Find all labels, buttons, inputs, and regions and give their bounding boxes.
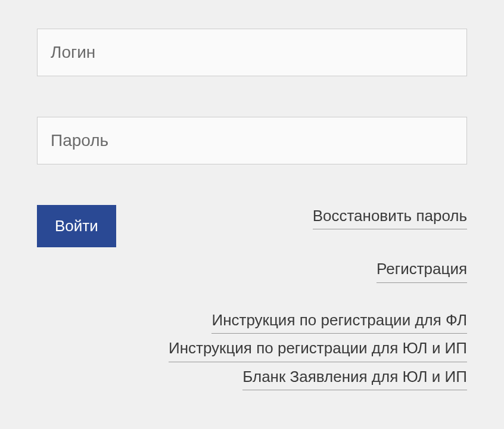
password-input[interactable] <box>37 117 467 164</box>
login-button[interactable]: Войти <box>37 205 116 247</box>
actions-row: Войти Восстановить пароль Регистрация Ин… <box>37 205 467 390</box>
spacer <box>37 76 467 117</box>
register-link[interactable]: Регистрация <box>377 258 467 282</box>
application-form-ul-ip-link[interactable]: Бланк Заявления для ЮЛ и ИП <box>242 366 467 390</box>
links-column: Восстановить пароль Регистрация Инструкц… <box>169 205 467 390</box>
login-form: Войти Восстановить пароль Регистрация Ин… <box>37 29 467 390</box>
instruction-fl-link[interactable]: Инструкция по регистрации для ФЛ <box>211 309 467 334</box>
login-input[interactable] <box>37 29 467 76</box>
instruction-ul-ip-link[interactable]: Инструкция по регистрации для ЮЛ и ИП <box>169 337 467 362</box>
recover-password-link[interactable]: Восстановить пароль <box>313 205 467 229</box>
